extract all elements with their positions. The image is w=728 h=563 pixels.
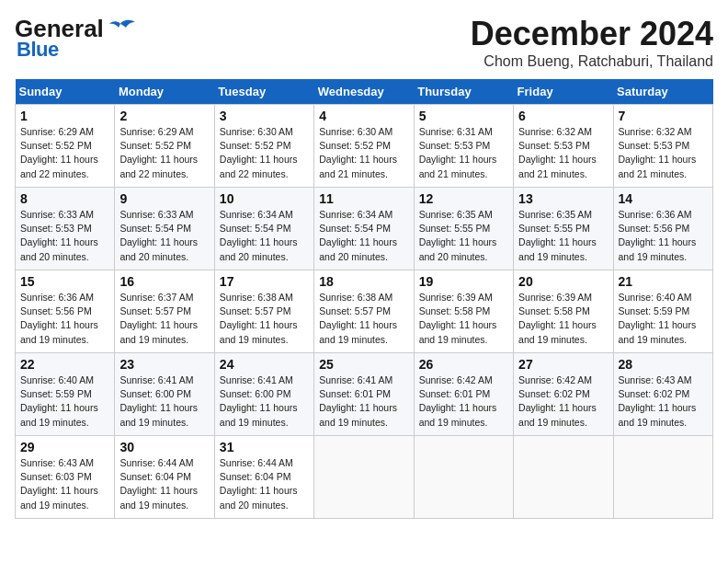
calendar-day-cell: 25Sunrise: 6:41 AM Sunset: 6:01 PM Dayli… bbox=[314, 353, 414, 436]
day-number: 25 bbox=[319, 357, 408, 372]
day-info: Sunrise: 6:33 AM Sunset: 5:53 PM Dayligh… bbox=[20, 208, 109, 264]
day-info: Sunrise: 6:36 AM Sunset: 5:56 PM Dayligh… bbox=[20, 291, 109, 347]
calendar-day-cell bbox=[613, 436, 712, 519]
day-number: 5 bbox=[419, 109, 508, 123]
day-info: Sunrise: 6:39 AM Sunset: 5:58 PM Dayligh… bbox=[419, 291, 508, 347]
calendar-day-cell: 7Sunrise: 6:32 AM Sunset: 5:53 PM Daylig… bbox=[613, 105, 712, 188]
calendar-day-cell: 31Sunrise: 6:44 AM Sunset: 6:04 PM Dayli… bbox=[214, 436, 313, 519]
calendar-day-cell bbox=[514, 436, 613, 519]
day-info: Sunrise: 6:37 AM Sunset: 5:57 PM Dayligh… bbox=[119, 291, 209, 347]
day-info: Sunrise: 6:41 AM Sunset: 6:00 PM Dayligh… bbox=[119, 373, 209, 430]
day-number: 21 bbox=[619, 274, 708, 289]
calendar-day-cell: 19Sunrise: 6:39 AM Sunset: 5:58 PM Dayli… bbox=[414, 270, 513, 353]
day-number: 31 bbox=[220, 440, 309, 454]
day-number: 6 bbox=[518, 109, 608, 123]
calendar-day-cell: 14Sunrise: 6:36 AM Sunset: 5:56 PM Dayli… bbox=[613, 188, 712, 270]
logo-blue: Blue bbox=[17, 38, 137, 62]
day-number: 15 bbox=[20, 274, 109, 289]
day-info: Sunrise: 6:36 AM Sunset: 5:56 PM Dayligh… bbox=[619, 208, 708, 264]
calendar-day-cell: 26Sunrise: 6:42 AM Sunset: 6:01 PM Dayli… bbox=[414, 353, 513, 436]
day-of-week-header: Thursday bbox=[414, 79, 513, 105]
day-info: Sunrise: 6:30 AM Sunset: 5:52 PM Dayligh… bbox=[220, 125, 309, 181]
day-number: 20 bbox=[518, 274, 608, 289]
calendar-body: 1Sunrise: 6:29 AM Sunset: 5:52 PM Daylig… bbox=[16, 105, 713, 519]
calendar-day-cell: 16Sunrise: 6:37 AM Sunset: 5:57 PM Dayli… bbox=[115, 270, 214, 353]
day-of-week-header: Wednesday bbox=[314, 79, 414, 105]
day-info: Sunrise: 6:43 AM Sunset: 6:02 PM Dayligh… bbox=[619, 373, 708, 430]
calendar-day-cell: 8Sunrise: 6:33 AM Sunset: 5:53 PM Daylig… bbox=[16, 188, 115, 270]
day-info: Sunrise: 6:32 AM Sunset: 5:53 PM Dayligh… bbox=[518, 125, 608, 181]
calendar-day-cell: 1Sunrise: 6:29 AM Sunset: 5:52 PM Daylig… bbox=[16, 105, 115, 188]
day-number: 10 bbox=[220, 191, 309, 206]
calendar-day-cell: 6Sunrise: 6:32 AM Sunset: 5:53 PM Daylig… bbox=[514, 105, 613, 188]
day-info: Sunrise: 6:41 AM Sunset: 6:00 PM Dayligh… bbox=[220, 373, 309, 430]
calendar-week-row: 29Sunrise: 6:43 AM Sunset: 6:03 PM Dayli… bbox=[16, 436, 713, 519]
day-info: Sunrise: 6:32 AM Sunset: 5:53 PM Dayligh… bbox=[619, 125, 708, 181]
calendar-day-cell: 29Sunrise: 6:43 AM Sunset: 6:03 PM Dayli… bbox=[16, 436, 115, 519]
calendar-day-cell: 24Sunrise: 6:41 AM Sunset: 6:00 PM Dayli… bbox=[214, 353, 313, 436]
calendar-table: SundayMondayTuesdayWednesdayThursdayFrid… bbox=[15, 79, 713, 519]
day-of-week-header: Tuesday bbox=[214, 79, 313, 105]
day-number: 8 bbox=[20, 191, 109, 206]
calendar-day-cell: 13Sunrise: 6:35 AM Sunset: 5:55 PM Dayli… bbox=[514, 188, 613, 270]
calendar-day-cell: 3Sunrise: 6:30 AM Sunset: 5:52 PM Daylig… bbox=[214, 105, 313, 188]
calendar-day-cell: 30Sunrise: 6:44 AM Sunset: 6:04 PM Dayli… bbox=[115, 436, 214, 519]
day-info: Sunrise: 6:40 AM Sunset: 5:59 PM Dayligh… bbox=[619, 291, 708, 347]
calendar-day-cell: 4Sunrise: 6:30 AM Sunset: 5:52 PM Daylig… bbox=[314, 105, 414, 188]
day-of-week-header: Monday bbox=[115, 79, 214, 105]
day-info: Sunrise: 6:40 AM Sunset: 5:59 PM Dayligh… bbox=[20, 373, 109, 430]
day-number: 22 bbox=[20, 357, 109, 372]
day-number: 7 bbox=[619, 109, 708, 123]
day-info: Sunrise: 6:43 AM Sunset: 6:03 PM Dayligh… bbox=[20, 456, 109, 512]
day-number: 11 bbox=[319, 191, 408, 206]
day-info: Sunrise: 6:44 AM Sunset: 6:04 PM Dayligh… bbox=[119, 456, 209, 512]
day-number: 1 bbox=[20, 109, 109, 123]
calendar-day-cell: 2Sunrise: 6:29 AM Sunset: 5:52 PM Daylig… bbox=[115, 105, 214, 188]
calendar-day-cell: 17Sunrise: 6:38 AM Sunset: 5:57 PM Dayli… bbox=[214, 270, 313, 353]
day-info: Sunrise: 6:41 AM Sunset: 6:01 PM Dayligh… bbox=[319, 373, 408, 430]
calendar-day-cell: 5Sunrise: 6:31 AM Sunset: 5:53 PM Daylig… bbox=[414, 105, 513, 188]
day-info: Sunrise: 6:39 AM Sunset: 5:58 PM Dayligh… bbox=[518, 291, 608, 347]
calendar-week-row: 15Sunrise: 6:36 AM Sunset: 5:56 PM Dayli… bbox=[16, 270, 713, 353]
calendar-day-cell: 28Sunrise: 6:43 AM Sunset: 6:02 PM Dayli… bbox=[613, 353, 712, 436]
day-number: 26 bbox=[419, 357, 508, 372]
calendar-week-row: 8Sunrise: 6:33 AM Sunset: 5:53 PM Daylig… bbox=[16, 188, 713, 270]
day-of-week-header: Friday bbox=[514, 79, 613, 105]
day-number: 14 bbox=[619, 191, 708, 206]
day-number: 17 bbox=[220, 274, 309, 289]
day-number: 13 bbox=[518, 191, 608, 206]
day-number: 23 bbox=[119, 357, 209, 372]
page-header: General Blue December 2024 Chom Bueng, R… bbox=[15, 15, 713, 70]
day-info: Sunrise: 6:42 AM Sunset: 6:01 PM Dayligh… bbox=[419, 373, 508, 430]
calendar-day-cell: 15Sunrise: 6:36 AM Sunset: 5:56 PM Dayli… bbox=[16, 270, 115, 353]
day-number: 30 bbox=[119, 440, 209, 454]
logo: General Blue bbox=[15, 15, 137, 62]
day-number: 29 bbox=[20, 440, 109, 454]
title-section: December 2024 Chom Bueng, Ratchaburi, Th… bbox=[471, 15, 713, 70]
day-info: Sunrise: 6:34 AM Sunset: 5:54 PM Dayligh… bbox=[319, 208, 408, 264]
calendar-day-cell: 27Sunrise: 6:42 AM Sunset: 6:02 PM Dayli… bbox=[514, 353, 613, 436]
day-info: Sunrise: 6:31 AM Sunset: 5:53 PM Dayligh… bbox=[419, 125, 508, 181]
day-number: 19 bbox=[419, 274, 508, 289]
day-info: Sunrise: 6:33 AM Sunset: 5:54 PM Dayligh… bbox=[119, 208, 209, 264]
calendar-day-cell: 12Sunrise: 6:35 AM Sunset: 5:55 PM Dayli… bbox=[414, 188, 513, 270]
day-info: Sunrise: 6:38 AM Sunset: 5:57 PM Dayligh… bbox=[220, 291, 309, 347]
day-info: Sunrise: 6:30 AM Sunset: 5:52 PM Dayligh… bbox=[319, 125, 408, 181]
day-number: 18 bbox=[319, 274, 408, 289]
month-title: December 2024 bbox=[471, 15, 713, 53]
calendar-day-cell: 23Sunrise: 6:41 AM Sunset: 6:00 PM Dayli… bbox=[115, 353, 214, 436]
day-info: Sunrise: 6:29 AM Sunset: 5:52 PM Dayligh… bbox=[119, 125, 209, 181]
day-number: 12 bbox=[419, 191, 508, 206]
calendar-day-cell: 10Sunrise: 6:34 AM Sunset: 5:54 PM Dayli… bbox=[214, 188, 313, 270]
calendar-day-cell: 11Sunrise: 6:34 AM Sunset: 5:54 PM Dayli… bbox=[314, 188, 414, 270]
day-number: 27 bbox=[518, 357, 608, 372]
location-title: Chom Bueng, Ratchaburi, Thailand bbox=[471, 53, 713, 70]
day-of-week-header: Sunday bbox=[16, 79, 115, 105]
day-number: 2 bbox=[119, 109, 209, 123]
calendar-day-cell: 18Sunrise: 6:38 AM Sunset: 5:57 PM Dayli… bbox=[314, 270, 414, 353]
day-info: Sunrise: 6:35 AM Sunset: 5:55 PM Dayligh… bbox=[518, 208, 608, 264]
day-number: 4 bbox=[319, 109, 408, 123]
calendar-day-cell bbox=[414, 436, 513, 519]
calendar-week-row: 1Sunrise: 6:29 AM Sunset: 5:52 PM Daylig… bbox=[16, 105, 713, 188]
day-info: Sunrise: 6:44 AM Sunset: 6:04 PM Dayligh… bbox=[220, 456, 309, 512]
